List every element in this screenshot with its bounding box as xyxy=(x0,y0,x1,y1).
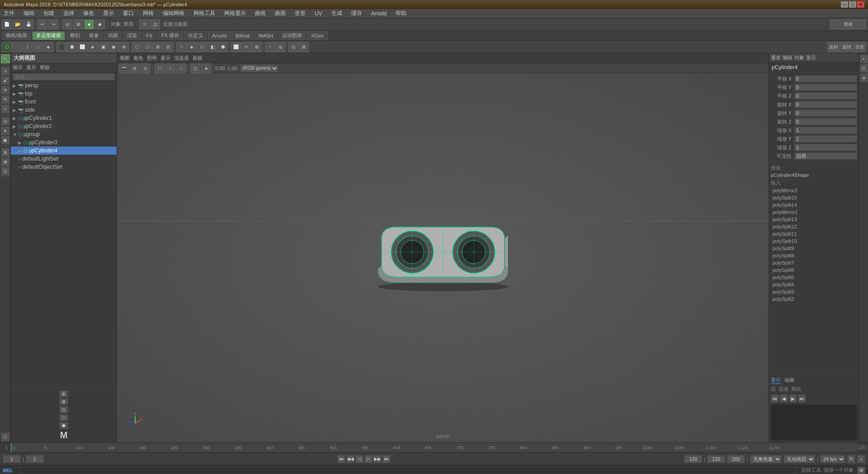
tool-r4[interactable]: ⬡ xyxy=(1,432,10,441)
vp-menu-show[interactable]: 显示 xyxy=(160,55,170,62)
tree-item-persp[interactable]: ▶ 📷 persp xyxy=(11,81,117,90)
tb-sculpt-smooth[interactable]: ◎ xyxy=(275,42,285,52)
tree-item-objectset[interactable]: ▶ ○ defaultObjectSet xyxy=(11,163,117,171)
login-button[interactable]: 登录 xyxy=(830,19,866,29)
pb-go-start[interactable]: ⏮ xyxy=(337,455,345,463)
menu-mesh[interactable]: 网格 xyxy=(141,9,156,18)
fps-select[interactable]: 24 fps xyxy=(820,455,845,463)
tool-show[interactable]: ● xyxy=(1,126,10,135)
tb-undo[interactable]: ↩ xyxy=(38,19,47,29)
tree-item-lightset[interactable]: ▶ ○ defaultLightSet xyxy=(11,155,117,163)
rp-tab-display[interactable]: 显示 xyxy=(806,54,816,61)
outliner-menu-show[interactable]: 显示 xyxy=(26,64,36,71)
mel-input[interactable] xyxy=(19,467,797,474)
tb-save[interactable]: 💾 xyxy=(24,19,33,29)
tool-r1[interactable]: ⊞ xyxy=(1,148,10,157)
tool-paint[interactable]: 🖌 xyxy=(1,76,10,85)
tb-softsel[interactable]: ⊃ xyxy=(139,19,149,29)
menu-display[interactable]: 显示 xyxy=(101,9,116,18)
tb-mirror[interactable]: ◧ xyxy=(208,42,217,52)
pb-step-back[interactable]: ◀◀ xyxy=(346,455,354,463)
menu-window[interactable]: 窗口 xyxy=(121,9,136,18)
menu-surfaces[interactable]: 曲面 xyxy=(273,9,288,18)
tb-extrude[interactable]: ⬛ xyxy=(57,42,66,52)
mode-mash[interactable]: MASH xyxy=(255,31,277,40)
menu-curves[interactable]: 曲线 xyxy=(253,9,268,18)
pb-play-fwd[interactable]: ▷ xyxy=(364,455,373,463)
tb-redo[interactable]: ↪ xyxy=(48,19,58,29)
rb-menu-options[interactable]: 选项 xyxy=(778,386,788,393)
vp-menu-shade[interactable]: 着色 xyxy=(133,55,143,62)
tb-flip2[interactable]: 反转 xyxy=(840,42,853,52)
frame-end-input[interactable] xyxy=(684,455,702,463)
rp-stepfwd[interactable]: ▶ xyxy=(789,394,797,403)
mode-custom[interactable]: 自定义 xyxy=(184,31,207,40)
rp-next[interactable]: ⏭ xyxy=(798,394,806,403)
pb-go-end[interactable]: ⏭ xyxy=(382,455,391,463)
input-polysplit13[interactable]: polySplit13 xyxy=(771,216,857,223)
tool-r3[interactable]: ⊡ xyxy=(1,167,10,176)
vp-tb-persp[interactable]: 📷 xyxy=(119,63,129,73)
tb-vertex[interactable]: · xyxy=(12,42,22,52)
minimize-button[interactable]: — xyxy=(841,1,848,8)
range-end-input[interactable] xyxy=(727,455,745,463)
tb-unfold[interactable]: ⊡ xyxy=(288,42,298,52)
mode-bifrost[interactable]: Bifrost xyxy=(231,31,254,40)
menu-help[interactable]: 帮助 xyxy=(394,9,408,18)
input-polysplit8[interactable]: polySplit8 xyxy=(771,252,857,260)
input-polysplit4[interactable]: polySplit4 xyxy=(771,281,857,289)
tb-xray[interactable]: ◫ xyxy=(150,19,160,29)
tb-edge[interactable]: / xyxy=(23,42,33,52)
vp-menu-panel[interactable]: 面板 xyxy=(193,55,203,62)
mode-fx[interactable]: FX xyxy=(142,31,156,40)
mode-fxcache[interactable]: FX 缓存 xyxy=(157,31,183,40)
mode-mograph[interactable]: 运动图形 xyxy=(278,31,306,40)
vp-tb-wire[interactable]: ⬡ xyxy=(155,63,165,73)
tool-rotate[interactable]: ↻ xyxy=(1,95,10,104)
input-polysplit2[interactable]: polySplit2 xyxy=(771,296,857,303)
mode-arnold[interactable]: Arnold xyxy=(208,31,231,40)
tb-select-all[interactable]: ⬡ xyxy=(2,42,12,52)
rb-menu-layer[interactable]: 层 xyxy=(771,386,776,393)
mode-render[interactable]: 渲染 xyxy=(123,31,141,40)
close-button[interactable]: ✕ xyxy=(857,1,864,8)
anim-layer-select[interactable]: 无动画层 xyxy=(783,455,815,463)
pb-step-fwd[interactable]: ▶▶ xyxy=(373,455,382,463)
mode-sculpt[interactable]: 雕刻 xyxy=(66,31,84,40)
tool-r2[interactable]: ⊠ xyxy=(1,157,10,166)
display-mode-btn5[interactable]: ⬟ xyxy=(59,422,68,429)
tree-item-top[interactable]: ▶ 📷 top xyxy=(11,90,117,98)
display-mode-btn1[interactable]: ⊞ xyxy=(59,390,68,398)
pb-loop[interactable]: ↻ xyxy=(847,455,855,463)
tb-grow[interactable]: ⊞ xyxy=(153,42,163,52)
rsi-btn1[interactable]: ≡ xyxy=(859,54,868,63)
input-polysplit5[interactable]: polySplit5 xyxy=(771,274,857,281)
tb-fill[interactable]: ▣ xyxy=(98,42,108,52)
tb-multiCut[interactable]: ✂ xyxy=(241,42,251,52)
viewport[interactable]: persp X Y Z xyxy=(117,73,769,442)
rp-prev[interactable]: ⏮ xyxy=(771,394,779,403)
rp-tab-object[interactable]: 对象 xyxy=(794,54,804,61)
pb-audio[interactable]: ♪ xyxy=(857,455,865,463)
display-mode-btn2[interactable]: ⊠ xyxy=(59,398,68,406)
display-mode-btn3[interactable]: ⊡ xyxy=(59,406,68,413)
tool-lasso[interactable]: ⊃ xyxy=(1,66,10,76)
display-mode-btn4[interactable]: ⬡ xyxy=(59,414,68,422)
tb-shrink[interactable]: ⊟ xyxy=(163,42,173,52)
tb-target-weld[interactable]: ◉ xyxy=(108,42,118,52)
menu-editmesh[interactable]: 编辑网格 xyxy=(161,9,186,18)
tb-bridge[interactable]: ⬜ xyxy=(77,42,87,52)
mode-anim[interactable]: 动画 xyxy=(104,31,122,40)
menu-modify[interactable]: 修改 xyxy=(81,9,96,18)
vp-tb-ortho[interactable]: ⊞ xyxy=(130,63,140,73)
mode-poly[interactable]: 多边形建模 xyxy=(32,31,65,40)
rsi-btn3[interactable]: ◈ xyxy=(859,73,868,82)
tb-world[interactable]: ● xyxy=(84,19,94,29)
tb-flip-nrm[interactable]: 反转 xyxy=(827,42,840,52)
vp-menu-renderer[interactable]: 渲染器 xyxy=(174,55,189,62)
tb-separate[interactable]: ⬡ xyxy=(197,42,207,52)
tool-soft[interactable]: ◎ xyxy=(1,117,10,126)
char-set-select[interactable]: 无角色集 xyxy=(750,455,782,463)
menu-arnold[interactable]: Arnold xyxy=(369,9,389,18)
maximize-button[interactable]: □ xyxy=(849,1,856,8)
